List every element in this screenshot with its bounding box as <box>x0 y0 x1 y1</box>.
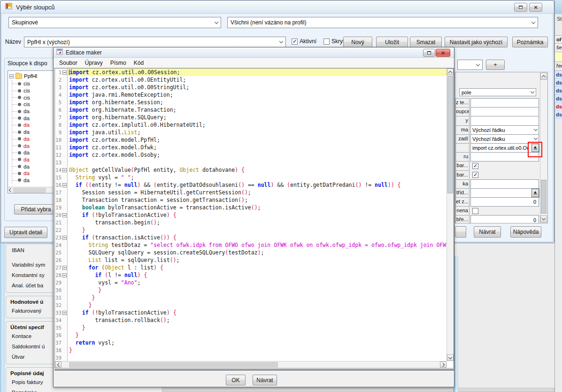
back-button[interactable]: Návrat <box>253 375 277 385</box>
help-button[interactable]: Nápověda <box>510 226 541 238</box>
add-button[interactable]: + <box>486 60 505 70</box>
property-value[interactable]: ✓ <box>470 170 539 180</box>
property-value[interactable]: ✓ <box>470 161 539 170</box>
code-text[interactable]: if (l != null) { <box>68 271 447 279</box>
property-value[interactable] <box>470 206 539 215</box>
code-text[interactable]: transaction.rollback(); <box>68 316 447 324</box>
table-row-fragment[interactable]: ds <box>555 79 562 87</box>
table-row-fragment[interactable]: ds <box>555 87 562 95</box>
note-button[interactable]: Poznámka <box>512 37 548 47</box>
background-scrollbar[interactable] <box>162 388 554 392</box>
tree-item[interactable]: da <box>12 108 54 115</box>
tree-item[interactable]: da <box>12 142 54 149</box>
code-editor[interactable]: 1import cz.ortex.util.o0.O0Session;2impo… <box>54 68 454 369</box>
code-text[interactable]: Object getCellValue(PpfHl entity, Object… <box>68 166 447 174</box>
tree-item[interactable]: da <box>12 177 54 184</box>
ok-button[interactable]: OK <box>226 375 246 385</box>
name-select[interactable]: PpfHl x (výchozí) <box>24 37 286 47</box>
tree-item[interactable]: cis <box>12 101 54 108</box>
scrollbar-thumb[interactable] <box>69 362 278 368</box>
scrollbar-thumb[interactable] <box>13 188 46 193</box>
back-button[interactable]: Návrat <box>474 226 501 238</box>
dialog-titlebar[interactable]: Editace maker <box>54 47 454 58</box>
profile-select[interactable]: Všichni (není vázáno na profil) <box>227 17 538 28</box>
code-text[interactable]: String vysl = " "; <box>68 174 447 181</box>
scroll-down-button[interactable] <box>540 215 547 223</box>
save-button[interactable]: Uložit <box>376 37 408 47</box>
fold-toggle-icon[interactable] <box>62 213 67 217</box>
code-text[interactable]: List list = sqlQuery.list(); <box>68 256 447 264</box>
tree-horizontal-scrollbar[interactable] <box>8 187 54 193</box>
tree-item[interactable]: da <box>12 170 54 177</box>
code-text[interactable]: SQLQuery sqlQuery = session.createSQLQue… <box>68 249 447 256</box>
checkbox[interactable] <box>472 208 478 214</box>
code-text[interactable]: import cz.ortex.implutil.o0.HibernateUti… <box>68 121 447 129</box>
fold-toggle-icon[interactable] <box>62 311 67 315</box>
property-value[interactable] <box>470 188 539 198</box>
code-text[interactable]: } <box>68 331 447 339</box>
small-select[interactable] <box>457 60 483 70</box>
restore-button[interactable] <box>514 3 527 12</box>
code-text[interactable]: } <box>68 294 447 301</box>
partial-button[interactable] <box>455 226 466 238</box>
code-text[interactable]: import cz.ortex.model.PpfHl; <box>68 136 447 144</box>
code-text[interactable]: import cz.ortex.util.o0.O0Session; <box>68 69 447 76</box>
code-text[interactable]: } <box>68 346 447 354</box>
menu-item-0[interactable]: Soubor <box>55 58 81 68</box>
code-text[interactable] <box>68 354 447 361</box>
code-text[interactable] <box>68 159 447 166</box>
edit-detail-button[interactable]: Upravit detail <box>4 227 47 238</box>
tree-item[interactable]: cis <box>12 80 54 87</box>
code-text[interactable]: import java.rmi.RemoteException; <box>68 91 447 99</box>
code-text[interactable]: Session session = HibernateUtil.getCurre… <box>68 189 447 196</box>
fold-toggle-icon[interactable] <box>62 273 67 277</box>
code-text[interactable]: import cz.ortex.util.o0.OEntityUtil; <box>68 76 447 84</box>
scrollbar-thumb[interactable] <box>447 76 453 193</box>
scroll-right-button[interactable] <box>440 361 447 368</box>
picker-button[interactable] <box>531 189 539 197</box>
table-row-fragment[interactable]: ds <box>555 71 562 79</box>
checkbox[interactable]: ✓ <box>472 172 478 178</box>
scrollbar-thumb[interactable] <box>541 180 547 214</box>
columns-tree[interactable]: PpfHl ciscisciscisdadadadadadadadadadada <box>8 70 54 193</box>
table-row-fragment[interactable]: ds <box>555 95 562 103</box>
code-text[interactable]: return vysl; <box>68 339 447 346</box>
tree-root-row[interactable]: PpfHl <box>8 72 54 80</box>
table-row-fragment[interactable]: ds <box>555 103 562 111</box>
code-text[interactable]: Transaction transaction = session.getTra… <box>68 196 447 204</box>
tree-item[interactable]: da <box>12 129 54 136</box>
property-value[interactable]: 0 <box>470 197 539 207</box>
property-value[interactable]: Výchozí řádku <box>470 125 539 135</box>
new-button[interactable]: Nový <box>343 37 372 47</box>
dialog-titlebar[interactable]: Výběr sloupců <box>1 1 554 14</box>
close-button[interactable]: × <box>436 49 450 57</box>
tree-item[interactable]: da <box>12 136 54 143</box>
code-text[interactable]: } <box>68 324 447 331</box>
tree-item[interactable]: da <box>12 115 54 122</box>
code-text[interactable]: import cz.ortex.util.o0.O0StringUtil; <box>68 84 447 91</box>
fold-toggle-icon[interactable] <box>62 266 67 270</box>
tree-item[interactable]: da <box>12 122 54 129</box>
table-row-fragment[interactable]: ds <box>555 111 562 119</box>
vertical-scrollbar[interactable] <box>447 69 454 361</box>
fold-toggle-icon[interactable] <box>62 236 67 240</box>
restore-button[interactable] <box>423 49 435 57</box>
scroll-up-button[interactable] <box>447 69 454 75</box>
code-text[interactable]: import cz.ortex.model.Osoby; <box>68 151 447 159</box>
horizontal-scrollbar[interactable] <box>55 361 447 368</box>
hidden-checkbox[interactable] <box>323 38 330 45</box>
property-value[interactable]: 0 <box>470 215 539 223</box>
add-selected-button[interactable]: Přidat vybra <box>14 204 58 215</box>
menu-item-2[interactable]: Písmo <box>107 58 130 68</box>
checkbox[interactable]: ✓ <box>472 163 478 169</box>
menu-item-1[interactable]: Úpravy <box>81 58 107 68</box>
code-text[interactable]: transaction.begin(); <box>68 219 447 226</box>
delete-button[interactable]: Smazat <box>410 37 442 47</box>
code-text[interactable]: } <box>68 301 447 309</box>
tree-item[interactable]: cis <box>12 87 54 94</box>
menu-item-3[interactable]: Kód <box>130 58 147 68</box>
code-text[interactable]: import org.hibernate.SQLQuery; <box>68 114 447 121</box>
code-text[interactable]: if ((entity != null) && (entity.getDatOd… <box>68 181 447 189</box>
code-text[interactable]: import org.hibernate.Transaction; <box>68 106 447 114</box>
tree-item[interactable]: da <box>12 149 54 156</box>
